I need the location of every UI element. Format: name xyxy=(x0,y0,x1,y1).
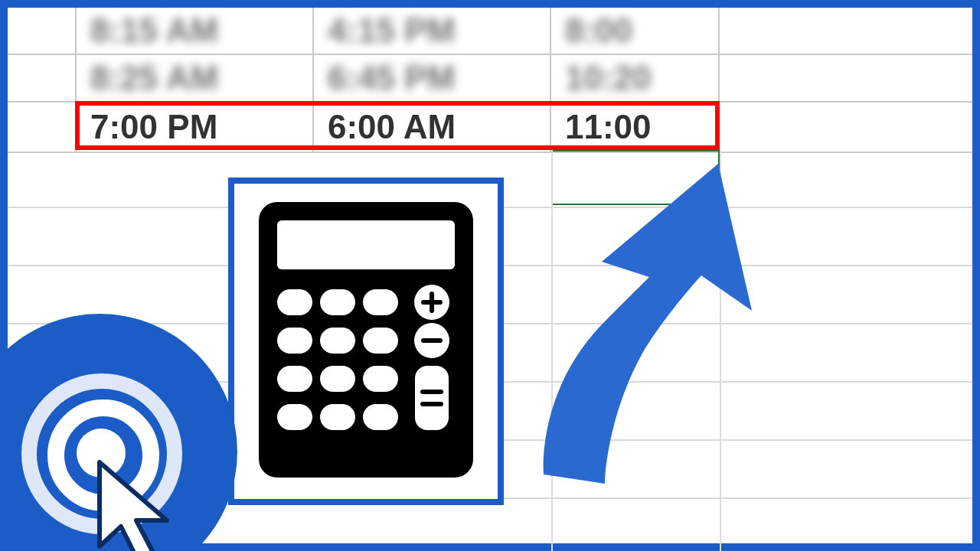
cell-start: 7:00 PM xyxy=(90,108,217,146)
svg-rect-12 xyxy=(363,366,398,392)
svg-rect-13 xyxy=(277,404,312,430)
svg-rect-15 xyxy=(363,404,398,430)
svg-rect-10 xyxy=(277,366,312,392)
cell-end: 6:45 PM xyxy=(328,59,455,97)
svg-rect-3 xyxy=(320,289,355,315)
cell-end: 6:00 AM xyxy=(328,108,456,146)
calculator-card xyxy=(228,178,504,505)
svg-rect-2 xyxy=(277,289,312,315)
svg-rect-16 xyxy=(415,366,449,430)
cell-end: 4:15 PM xyxy=(328,11,455,50)
svg-rect-8 xyxy=(363,328,398,354)
cell-start: 8:15 AM xyxy=(90,11,218,50)
table-row: 8:15 AM 4:15 PM 8:00 xyxy=(8,8,972,55)
arrow-up-right-icon xyxy=(513,145,789,505)
svg-rect-1 xyxy=(277,220,455,269)
cell-total: 8:00 xyxy=(565,11,632,50)
calculator-icon xyxy=(251,194,481,488)
svg-rect-14 xyxy=(320,404,355,430)
table-row: 8:25 AM 6:45 PM 10:20 xyxy=(8,55,972,103)
table-row-highlighted: 7:00 PM 6:00 AM 11:00 xyxy=(8,103,972,153)
svg-rect-6 xyxy=(277,328,312,354)
spreadsheet-area: 8:15 AM 4:15 PM 8:00 8:25 AM 6:45 PM 10:… xyxy=(8,8,972,543)
cell-total: 11:00 xyxy=(565,108,652,146)
cell-start: 8:25 AM xyxy=(90,59,218,97)
svg-rect-11 xyxy=(320,366,355,392)
cell-total: 10:20 xyxy=(565,59,652,97)
svg-rect-4 xyxy=(363,289,398,315)
svg-rect-7 xyxy=(320,328,355,354)
cursor-icon xyxy=(93,458,185,551)
